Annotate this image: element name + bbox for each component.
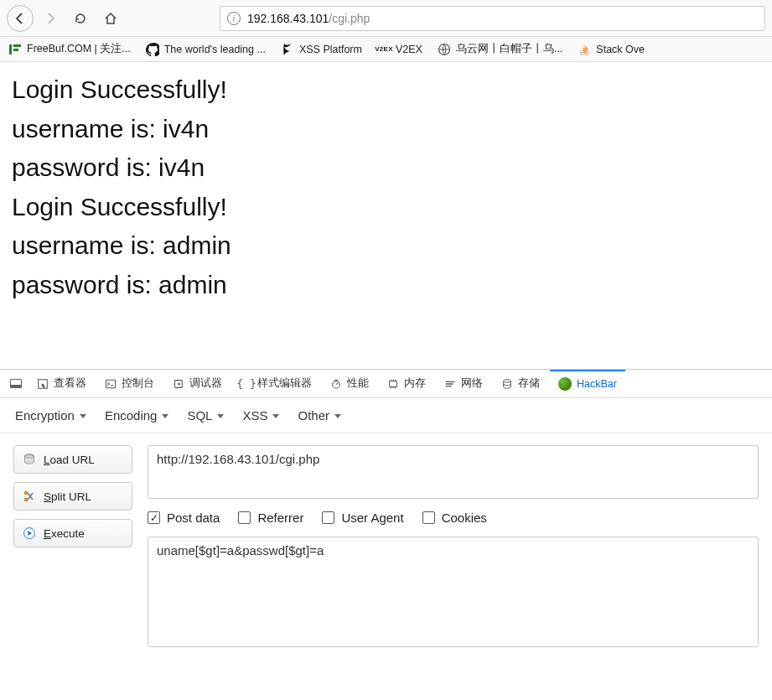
- tab-label: 存储: [518, 376, 540, 391]
- bookmark-v2ex[interactable]: V2EX V2EX: [377, 43, 422, 56]
- chevron-down-icon: [162, 414, 168, 418]
- svg-point-14: [24, 491, 28, 495]
- reload-button[interactable]: [67, 5, 94, 32]
- menu-xss[interactable]: XSS: [242, 408, 279, 423]
- button-label: Split URL: [44, 490, 91, 503]
- hackbar-body: Load URL Split URL Execute Post dat: [0, 433, 772, 700]
- url-bar[interactable]: i 192.168.43.101/cgi.php: [220, 6, 765, 31]
- checkbox-icon: [238, 511, 251, 524]
- svg-rect-7: [106, 380, 115, 388]
- postdata-input[interactable]: [148, 537, 759, 647]
- page-line: username is: iv4n: [12, 110, 760, 149]
- tab-label: 内存: [404, 376, 426, 391]
- tab-inspector[interactable]: 查看器: [28, 370, 95, 397]
- load-icon: [23, 453, 36, 466]
- bookmark-stackoverflow[interactable]: Stack Ove: [578, 43, 645, 56]
- menu-label: SQL: [187, 408, 212, 423]
- bookmark-github[interactable]: The world's leading ...: [146, 43, 266, 56]
- url-text: 192.168.43.101/cgi.php: [247, 12, 370, 25]
- v2ex-icon: V2EX: [377, 43, 391, 56]
- execute-button[interactable]: Execute: [13, 519, 132, 547]
- checkbox-icon: [322, 511, 334, 524]
- home-button[interactable]: [97, 5, 124, 32]
- tab-network[interactable]: 网络: [436, 370, 491, 397]
- tab-label: 样式编辑器: [257, 376, 312, 391]
- split-icon: [23, 490, 36, 503]
- chevron-down-icon: [334, 414, 341, 418]
- svg-point-16: [29, 495, 32, 498]
- tab-debugger[interactable]: 调试器: [164, 370, 231, 397]
- page-line: username is: admin: [12, 226, 760, 266]
- tab-console[interactable]: 控制台: [96, 370, 163, 397]
- split-url-button[interactable]: Split URL: [13, 482, 132, 511]
- menu-label: Encryption: [15, 408, 75, 423]
- cookies-checkbox[interactable]: Cookies: [422, 511, 487, 525]
- check-label: Referrer: [257, 511, 303, 525]
- url-input[interactable]: [148, 445, 759, 499]
- tab-label: 性能: [347, 376, 369, 391]
- checkbox-icon: [422, 511, 435, 524]
- chevron-down-icon: [217, 414, 224, 418]
- hackbar-icon: [558, 377, 572, 391]
- svg-rect-10: [390, 381, 397, 386]
- info-icon[interactable]: i: [227, 12, 241, 25]
- bookmarks-bar: FreeBuf.COM | 关注... The world's leading …: [0, 37, 772, 62]
- referrer-checkbox[interactable]: Referrer: [238, 511, 303, 525]
- hackbar-sidebar: Load URL Split URL Execute: [13, 445, 132, 687]
- svg-point-11: [504, 379, 511, 382]
- bookmark-wooyun[interactable]: 乌云网丨白帽子丨乌...: [438, 42, 562, 56]
- url-path: /cgi.php: [329, 12, 370, 25]
- bookmark-xss[interactable]: XSS Platform: [281, 43, 362, 56]
- menu-encoding[interactable]: Encoding: [105, 408, 169, 423]
- checkbox-icon: [148, 511, 160, 524]
- page-line: password is: admin: [12, 266, 760, 305]
- menu-sql[interactable]: SQL: [187, 408, 224, 423]
- braces-icon: { }: [241, 378, 252, 390]
- svg-point-15: [24, 498, 28, 501]
- chevron-down-icon: [80, 414, 86, 418]
- chevron-down-icon: [272, 414, 279, 418]
- dock-button[interactable]: [5, 373, 27, 395]
- svg-rect-0: [9, 44, 12, 54]
- bookmark-label: XSS Platform: [299, 44, 362, 55]
- tab-label: 控制台: [122, 376, 154, 391]
- devtools-panel: 查看器 控制台 调试器 { } 样式编辑器 性能 内存 网络 存储: [0, 369, 772, 700]
- tab-performance[interactable]: 性能: [322, 370, 377, 397]
- github-icon: [146, 43, 159, 56]
- bookmark-label: The world's leading ...: [164, 44, 266, 55]
- menu-label: Encoding: [105, 408, 158, 423]
- hackbar-toolbar: Encryption Encoding SQL XSS Other: [0, 398, 772, 433]
- menu-encryption[interactable]: Encryption: [15, 408, 86, 423]
- tab-hackbar[interactable]: HackBar: [550, 370, 625, 397]
- stackoverflow-icon: [578, 43, 591, 56]
- bookmark-label: 乌云网丨白帽子丨乌...: [456, 42, 562, 56]
- useragent-checkbox[interactable]: User Agent: [322, 511, 403, 525]
- page-line: Login Successfully!: [12, 70, 760, 110]
- svg-rect-2: [13, 49, 18, 51]
- check-label: Post data: [167, 511, 220, 525]
- freebuf-icon: [8, 43, 22, 56]
- tab-label: 调试器: [189, 376, 222, 391]
- check-label: User Agent: [341, 511, 403, 525]
- bookmark-freebuf[interactable]: FreeBuf.COM | 关注...: [8, 42, 131, 56]
- bookmark-label: Stack Ove: [596, 44, 645, 55]
- back-button[interactable]: [7, 5, 34, 32]
- svg-rect-5: [11, 385, 22, 388]
- browser-nav-bar: i 192.168.43.101/cgi.php: [0, 0, 772, 37]
- forward-button[interactable]: [37, 5, 64, 32]
- options-row: Post data Referrer User Agent Cookies: [148, 509, 759, 526]
- postdata-checkbox[interactable]: Post data: [148, 511, 220, 525]
- tab-label: HackBar: [577, 378, 617, 390]
- button-label: Load URL: [44, 454, 95, 466]
- page-line: password is: iv4n: [12, 148, 760, 188]
- menu-label: Other: [298, 408, 329, 423]
- tab-storage[interactable]: 存储: [493, 370, 548, 397]
- tab-style-editor[interactable]: { } 样式编辑器: [232, 370, 320, 397]
- url-host: 192.168.43.101: [247, 12, 329, 25]
- load-url-button[interactable]: Load URL: [13, 445, 132, 474]
- page-line: Login Successfully!: [12, 188, 760, 227]
- tab-memory[interactable]: 内存: [379, 370, 434, 397]
- hackbar-main: Post data Referrer User Agent Cookies: [148, 445, 759, 687]
- menu-other[interactable]: Other: [298, 408, 341, 423]
- check-label: Cookies: [442, 511, 487, 525]
